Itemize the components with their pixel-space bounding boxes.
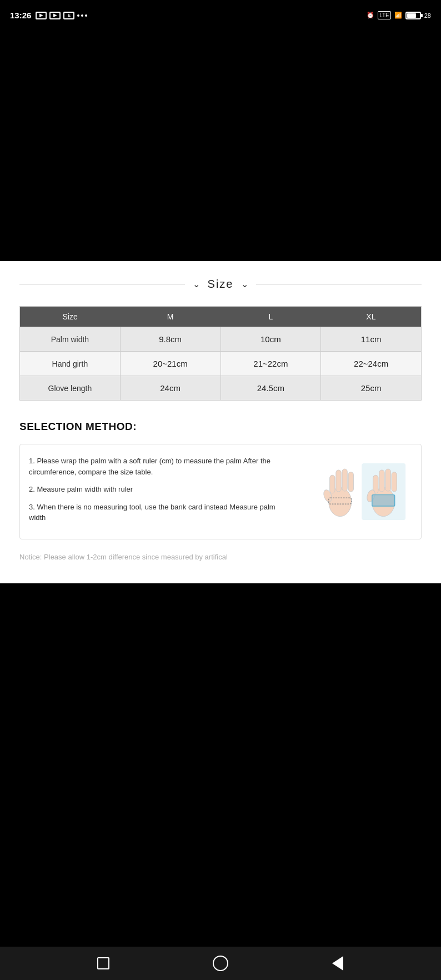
header-line-left — [19, 284, 185, 284]
selection-method-box: 1. Please wrap the palm with a soft rule… — [19, 444, 422, 539]
black-top-area — [0, 0, 441, 261]
back-triangle-icon — [332, 956, 343, 971]
col-header-xl: XL — [321, 307, 422, 327]
header-line-right — [256, 284, 422, 284]
nav-home-button[interactable] — [211, 953, 230, 973]
row-label-glove-length: Glove length — [20, 376, 121, 401]
svg-rect-2 — [336, 470, 341, 492]
row-label-palm-width: Palm width — [20, 327, 121, 352]
nav-square-button[interactable] — [93, 953, 113, 973]
svg-rect-3 — [342, 469, 347, 491]
status-icons: ▶ ▶ E — [36, 12, 87, 19]
left-hand-group — [322, 469, 353, 516]
circle-icon — [213, 956, 228, 971]
battery-icon — [405, 12, 421, 19]
notice-text: Notice: Please allow 1-2cm difference si… — [19, 553, 422, 561]
time-display: 13:26 — [10, 11, 31, 20]
signal-icon: 📶 — [394, 12, 402, 19]
svg-rect-9 — [379, 470, 384, 492]
battery-fill — [407, 13, 417, 18]
play-icon-2: ▶ — [49, 12, 61, 19]
nav-back-button[interactable] — [328, 953, 348, 973]
chevron-right-icon: ⌄ — [241, 279, 248, 289]
svg-rect-11 — [392, 472, 397, 492]
glove-length-l: 24.5cm — [220, 376, 321, 401]
hand-illustration — [301, 456, 412, 528]
palm-width-m: 9.8cm — [120, 327, 220, 352]
table-header-row: Size M L XL — [20, 307, 422, 327]
row-label-hand-girth: Hand girth — [20, 352, 121, 376]
size-header: ⌄ Size ⌄ — [19, 278, 422, 291]
table-row: Glove length 24cm 24.5cm 25cm — [20, 376, 422, 401]
step-3: 3. When there is no measuring tool, use … — [29, 502, 290, 523]
black-bottom-area — [0, 656, 441, 950]
status-right: ⏰ LTE 📶 28 — [367, 11, 431, 19]
size-title: Size — [208, 278, 234, 291]
glove-length-m: 24cm — [120, 376, 220, 401]
svg-rect-4 — [348, 472, 353, 492]
status-left: 13:26 ▶ ▶ E — [10, 11, 87, 20]
table-row: Hand girth 20~21cm 21~22cm 22~24cm — [20, 352, 422, 376]
square-icon — [97, 957, 109, 969]
dots-menu — [77, 14, 87, 17]
battery-percent: 28 — [424, 12, 431, 19]
hand-girth-xl: 22~24cm — [321, 352, 422, 376]
step-1: 1. Please wrap the palm with a soft rule… — [29, 456, 290, 477]
nav-bar — [0, 947, 441, 980]
selection-text: 1. Please wrap the palm with a soft rule… — [29, 456, 290, 528]
glove-length-xl: 25cm — [321, 376, 422, 401]
lte-icon: LTE — [378, 11, 391, 19]
step-2: 2. Measure palm width with ruler — [29, 484, 290, 495]
col-header-m: M — [120, 307, 220, 327]
alarm-icon: ⏰ — [367, 12, 374, 19]
e-icon: E — [63, 12, 74, 19]
chevron-left-icon: ⌄ — [193, 279, 200, 289]
hands-svg — [304, 456, 409, 528]
palm-width-xl: 11cm — [321, 327, 422, 352]
hand-girth-l: 21~22cm — [220, 352, 321, 376]
white-content-area: ⌄ Size ⌄ Size M L XL Palm width 9.8cm 10… — [0, 261, 441, 583]
svg-rect-13 — [372, 495, 395, 506]
status-bar: 13:26 ▶ ▶ E ⏰ LTE 📶 28 — [0, 0, 441, 31]
play-icon: ▶ — [36, 12, 47, 19]
svg-rect-10 — [385, 469, 390, 491]
svg-rect-1 — [330, 475, 335, 493]
hand-girth-m: 20~21cm — [120, 352, 220, 376]
table-row: Palm width 9.8cm 10cm 11cm — [20, 327, 422, 352]
selection-method-title: SELECTION METHOD: — [19, 421, 422, 433]
palm-width-l: 10cm — [220, 327, 321, 352]
size-table: Size M L XL Palm width 9.8cm 10cm 11cm H… — [19, 306, 422, 401]
col-header-size: Size — [20, 307, 121, 327]
col-header-l: L — [220, 307, 321, 327]
